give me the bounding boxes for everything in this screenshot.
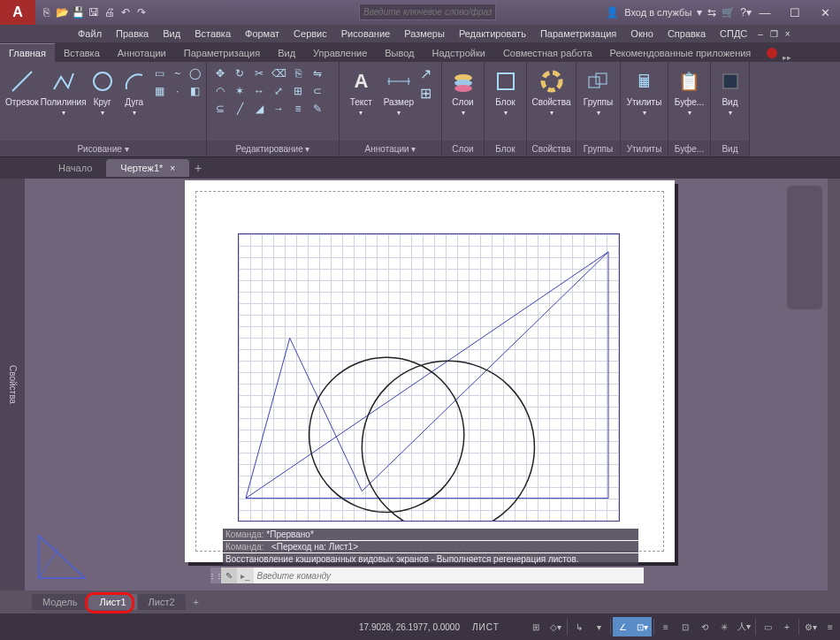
fillet-icon[interactable]: ◠ <box>212 83 228 99</box>
menu-format[interactable]: Формат <box>238 27 286 41</box>
hatch-icon[interactable]: ▦ <box>152 83 168 99</box>
ellipse-icon[interactable]: ◯ <box>187 65 203 81</box>
snap-toggle-icon[interactable]: ◇▾ <box>546 617 565 636</box>
cart-icon[interactable]: 🛒 <box>722 6 735 19</box>
file-tab-start[interactable]: Начало <box>44 159 106 177</box>
cmd-recent-icon[interactable]: ✎ <box>221 568 237 583</box>
spline-icon[interactable]: ~ <box>170 65 186 81</box>
offset-icon[interactable]: ⊂ <box>309 83 325 99</box>
undo-icon[interactable]: ↶ <box>118 5 133 19</box>
rect-icon[interactable]: ▭ <box>152 65 168 81</box>
save-icon[interactable]: 💾 <box>71 5 85 19</box>
menu-help[interactable]: Справка <box>661 27 713 41</box>
ribbon-tab-insert[interactable]: Вставка <box>55 44 109 62</box>
layout-tab-sheet1[interactable]: Лист1 <box>88 594 136 610</box>
user-icon[interactable]: 👤 <box>606 6 619 19</box>
print-icon[interactable]: 🖨 <box>103 5 117 19</box>
align-icon[interactable]: ≡ <box>290 101 306 117</box>
login-label[interactable]: Вход в службы <box>624 7 691 18</box>
menu-spds[interactable]: СПДС <box>713 27 754 41</box>
cmd-drag-handle[interactable]: ⋮⋮ <box>210 568 221 583</box>
erase-icon[interactable]: ⌫ <box>271 65 286 81</box>
search-input[interactable] <box>359 4 496 20</box>
app-logo[interactable]: A <box>0 0 35 25</box>
region-icon[interactable]: ◧ <box>187 83 203 99</box>
viewport[interactable] <box>238 233 620 522</box>
menu-param[interactable]: Параметризация <box>533 27 623 41</box>
minimize-button[interactable]: — <box>750 0 780 25</box>
command-input[interactable] <box>254 568 644 583</box>
ribbon-tab-param[interactable]: Параметризация <box>175 44 269 62</box>
z1-icon[interactable]: ▭ <box>758 617 777 636</box>
explode-icon[interactable]: ✶ <box>232 83 248 99</box>
trim-icon[interactable]: ✂ <box>251 65 267 81</box>
menu-window[interactable]: Окно <box>623 27 661 41</box>
rotate-icon[interactable]: ↻ <box>232 65 248 81</box>
redo-icon[interactable]: ↷ <box>134 5 149 19</box>
doc-close-button[interactable]: × <box>782 27 794 41</box>
lineweight-toggle-icon[interactable]: ≡ <box>656 617 676 636</box>
panel-draw-title[interactable]: Рисование ▾ <box>0 141 206 156</box>
clipboard-button[interactable]: 📋Буфе...▾ <box>674 65 705 137</box>
open-icon[interactable]: 📂 <box>55 5 69 19</box>
mirror-icon[interactable]: ⇋ <box>309 65 325 81</box>
side-palette-properties[interactable]: Свойства <box>0 179 25 590</box>
customize-icon[interactable]: ≡ <box>821 617 840 636</box>
properties-button[interactable]: Свойства▾ <box>532 65 571 137</box>
menu-tools[interactable]: Сервис <box>286 27 334 41</box>
saveas-icon[interactable]: 🖫 <box>87 5 101 19</box>
panel-annot-title[interactable]: Аннотации ▾ <box>340 141 441 156</box>
new-icon[interactable]: ⎘ <box>39 5 53 19</box>
ribbon-tab-recommend[interactable]: Рекомендованные приложения <box>601 44 760 62</box>
selection-cycle-icon[interactable]: ⟲ <box>695 617 714 636</box>
move-icon[interactable]: ✥ <box>212 65 228 81</box>
join-icon[interactable]: ⊆ <box>212 101 228 117</box>
dimension-button[interactable]: Размер▾ <box>381 65 416 137</box>
status-space[interactable]: ЛИСТ <box>465 622 507 632</box>
otrack-toggle-icon[interactable]: ⊡▾ <box>632 617 652 636</box>
close-tab-icon[interactable]: × <box>170 164 175 173</box>
groups-button[interactable]: Группы▾ <box>582 65 615 137</box>
transparency-toggle-icon[interactable]: ⊡ <box>676 617 695 636</box>
menu-dim[interactable]: Размеры <box>397 27 452 41</box>
ribbon-tab-output[interactable]: Вывод <box>376 44 423 62</box>
ortho-toggle-icon[interactable]: ↳ <box>569 617 589 636</box>
maximize-button[interactable]: ☐ <box>780 0 810 25</box>
point-icon[interactable]: · <box>170 83 186 99</box>
extend-icon[interactable]: → <box>271 101 286 117</box>
table-icon[interactable]: ⊞ <box>420 85 436 101</box>
ribbon-tab-home[interactable]: Главная <box>0 43 55 62</box>
scale-icon[interactable]: ⤢ <box>271 83 286 99</box>
menu-file[interactable]: Файл <box>71 27 109 41</box>
osnap-toggle-icon[interactable]: ∠ <box>613 617 632 636</box>
grid-toggle-icon[interactable]: ⊞ <box>526 617 546 636</box>
exchange-icon[interactable]: ⇆ <box>707 6 716 19</box>
chevron-down-icon[interactable]: ▾ <box>697 6 702 19</box>
menu-draw[interactable]: Рисование <box>334 27 397 41</box>
edit-icon[interactable]: ✎ <box>309 101 325 117</box>
layers-button[interactable]: Слои▾ <box>447 65 478 137</box>
ribbon-tab-annotate[interactable]: Аннотации <box>109 44 175 62</box>
layout-tab-model[interactable]: Модель <box>32 594 88 610</box>
doc-minimize-button[interactable]: – <box>754 27 767 41</box>
arc-button[interactable]: Дуга▾ <box>120 65 149 137</box>
circle-button[interactable]: Круг▾ <box>88 65 117 137</box>
block-button[interactable]: Блок▾ <box>490 65 521 137</box>
new-tab-button[interactable]: + <box>189 161 207 175</box>
utilities-button[interactable]: 🖩Утилиты▾ <box>626 65 662 137</box>
close-button[interactable]: ✕ <box>810 0 840 25</box>
ribbon-tab-collab[interactable]: Совместная работа <box>494 44 601 62</box>
panel-modify-title[interactable]: Редактирование ▾ <box>207 141 339 156</box>
copy-icon[interactable]: ⎘ <box>290 65 306 81</box>
menu-modify[interactable]: Редактировать <box>452 27 533 41</box>
stretch-icon[interactable]: ↔ <box>251 83 267 99</box>
workspace-switch-icon[interactable]: ⚙▾ <box>801 617 821 636</box>
doc-restore-button[interactable]: ❐ <box>767 27 782 41</box>
polar-toggle-icon[interactable]: ▾ <box>589 617 608 636</box>
annoscale-icon[interactable]: ✳ <box>714 617 734 636</box>
leader-icon[interactable]: ↗ <box>420 65 436 81</box>
line-button[interactable]: Отрезок <box>5 65 39 137</box>
z2-icon[interactable]: + <box>777 617 797 636</box>
ribbon-tab-manage[interactable]: Управление <box>304 44 376 62</box>
ribbon-tab-addins[interactable]: Надстройки <box>424 44 494 62</box>
